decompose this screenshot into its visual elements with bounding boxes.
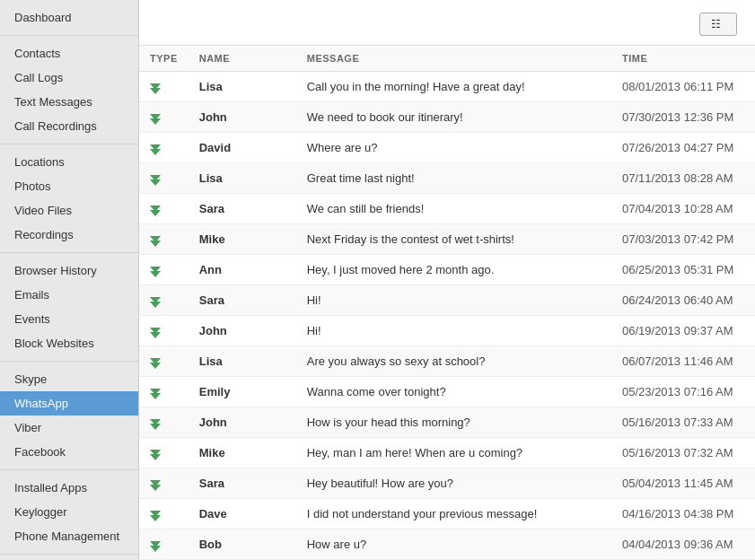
message-text: Wanna come over tonight? — [296, 377, 611, 407]
sidebar-item-skype[interactable]: Skype — [0, 367, 138, 391]
message-text: We can still be friends! — [296, 194, 611, 224]
table-row: SaraHey beautiful! How are you?05/04/201… — [139, 468, 755, 499]
contact-name: Mike — [189, 438, 296, 468]
received-icon — [150, 114, 161, 125]
sidebar-item-browser-history[interactable]: Browser History — [0, 258, 138, 283]
message-time: 07/11/2013 08:28 AM — [611, 163, 755, 194]
table-row: LisaGreat time last night!07/11/2013 08:… — [139, 163, 755, 194]
message-text: I did not understand your previous messa… — [296, 499, 611, 529]
table-header: TYPE NAME MESSAGE TIME — [139, 46, 755, 72]
received-icon — [150, 358, 161, 369]
message-time: 07/26/2013 04:27 PM — [611, 133, 755, 163]
sidebar-item-recordings[interactable]: Recordings — [0, 223, 138, 247]
table-row: AnnHey, I just moved here 2 month ago.06… — [139, 255, 755, 285]
sidebar-item-photos[interactable]: Photos — [0, 174, 138, 198]
message-time: 05/16/2013 07:33 AM — [611, 407, 755, 438]
message-text: Next Friday is the contest of wet t-shir… — [296, 224, 611, 255]
table-row: DavidWhere are u?07/26/2013 04:27 PM — [139, 133, 755, 163]
received-icon — [150, 297, 161, 308]
contact-name: Sara — [189, 468, 296, 499]
contact-name: Sara — [189, 285, 296, 316]
col-header-type: TYPE — [139, 46, 189, 72]
message-type-icon — [139, 346, 189, 377]
received-icon — [150, 206, 161, 216]
sidebar-item-whatsapp[interactable]: WhatsApp — [0, 391, 138, 416]
table-row: MikeNext Friday is the contest of wet t-… — [139, 224, 755, 255]
message-time: 06/19/2013 09:37 AM — [611, 316, 755, 346]
received-icon — [150, 236, 161, 247]
received-icon — [150, 144, 161, 155]
received-icon — [150, 389, 161, 399]
sidebar-item-video-files[interactable]: Video Files — [0, 198, 138, 223]
received-icon — [150, 511, 161, 521]
message-text: Where are u? — [296, 133, 611, 163]
sidebar-item-viber[interactable]: Viber — [0, 416, 138, 440]
sidebar-item-facebook[interactable]: Facebook — [0, 440, 138, 464]
sidebar-item-contacts[interactable]: Contacts — [0, 41, 138, 66]
sidebar-item-locations[interactable]: Locations — [0, 150, 138, 174]
contact-name: Dave — [189, 499, 296, 529]
main-content: ☷ TYPE NAME MESSAGE TIME LisaCall you in… — [139, 0, 755, 560]
message-time: 06/24/2013 06:40 AM — [611, 285, 755, 316]
message-type-icon — [139, 224, 189, 255]
received-icon — [150, 328, 161, 338]
table-row: LisaAre you always so sexy at school?06/… — [139, 346, 755, 377]
sidebar-item-keylogger[interactable]: Keylogger — [0, 500, 138, 524]
message-type-icon — [139, 194, 189, 224]
message-type-icon — [139, 255, 189, 285]
received-icon — [150, 541, 161, 552]
sidebar-item-call-logs[interactable]: Call Logs — [0, 66, 138, 90]
message-text: Call you in the morning! Have a great da… — [296, 72, 611, 102]
message-type-icon — [139, 407, 189, 438]
table-row: SaraHi!06/24/2013 06:40 AM — [139, 285, 755, 316]
sidebar-item-phone-management[interactable]: Phone Management — [0, 524, 138, 548]
message-time: 04/16/2013 04:38 PM — [611, 499, 755, 529]
message-text: We need to book our itinerary! — [296, 102, 611, 133]
contact-name: Lisa — [189, 346, 296, 377]
received-icon — [150, 267, 161, 277]
col-header-message: MESSAGE — [296, 46, 611, 72]
contact-name: Sara — [189, 194, 296, 224]
message-type-icon — [139, 102, 189, 133]
sidebar-item-call-recordings[interactable]: Call Recordings — [0, 114, 138, 138]
message-time: 05/16/2013 07:32 AM — [611, 438, 755, 468]
contact-name: Mike — [189, 224, 296, 255]
message-text: Great time last night! — [296, 163, 611, 194]
message-time: 07/03/2013 07:42 PM — [611, 224, 755, 255]
table-row: LisaCall you in the morning! Have a grea… — [139, 72, 755, 102]
table-row: JohnHow is your head this morning?05/16/… — [139, 407, 755, 438]
message-text: Hey, man I am here! When are u coming? — [296, 438, 611, 468]
received-icon — [150, 480, 161, 491]
message-time: 08/01/2013 06:11 PM — [611, 72, 755, 102]
col-header-name: NAME — [189, 46, 296, 72]
sidebar-item-installed-apps[interactable]: Installed Apps — [0, 476, 138, 500]
message-time: 06/25/2013 05:31 PM — [611, 255, 755, 285]
table-row: BobHow are u?04/04/2013 09:36 AM — [139, 529, 755, 560]
contact-name: Ann — [189, 255, 296, 285]
message-text: Hi! — [296, 316, 611, 346]
contact-name: Lisa — [189, 163, 296, 194]
sidebar-item-block-websites[interactable]: Block Websites — [0, 331, 138, 355]
message-time: 04/04/2013 09:36 AM — [611, 529, 755, 560]
col-header-time: TIME — [611, 46, 755, 72]
sidebar-item-events[interactable]: Events — [0, 307, 138, 331]
activity-log-button[interactable]: ☷ — [699, 13, 737, 36]
contact-name: Bob — [189, 529, 296, 560]
message-time: 06/07/2013 11:46 AM — [611, 346, 755, 377]
message-type-icon — [139, 285, 189, 316]
contact-name: John — [189, 102, 296, 133]
message-type-icon — [139, 72, 189, 102]
contact-name: John — [189, 316, 296, 346]
received-icon — [150, 83, 161, 94]
contact-name: Emily — [189, 377, 296, 407]
sidebar-item-emails[interactable]: Emails — [0, 283, 138, 307]
message-type-icon — [139, 499, 189, 529]
table-body: LisaCall you in the morning! Have a grea… — [139, 72, 755, 560]
table-row: JohnWe need to book our itinerary!07/30/… — [139, 102, 755, 133]
table-row: EmilyWanna come over tonight?05/23/2013 … — [139, 377, 755, 407]
message-text: Hey beautiful! How are you? — [296, 468, 611, 499]
message-type-icon — [139, 133, 189, 163]
message-text: Hi! — [296, 285, 611, 316]
sidebar-item-text-messages[interactable]: Text Messages — [0, 90, 138, 114]
sidebar-item-dashboard[interactable]: Dashboard — [0, 5, 138, 30]
